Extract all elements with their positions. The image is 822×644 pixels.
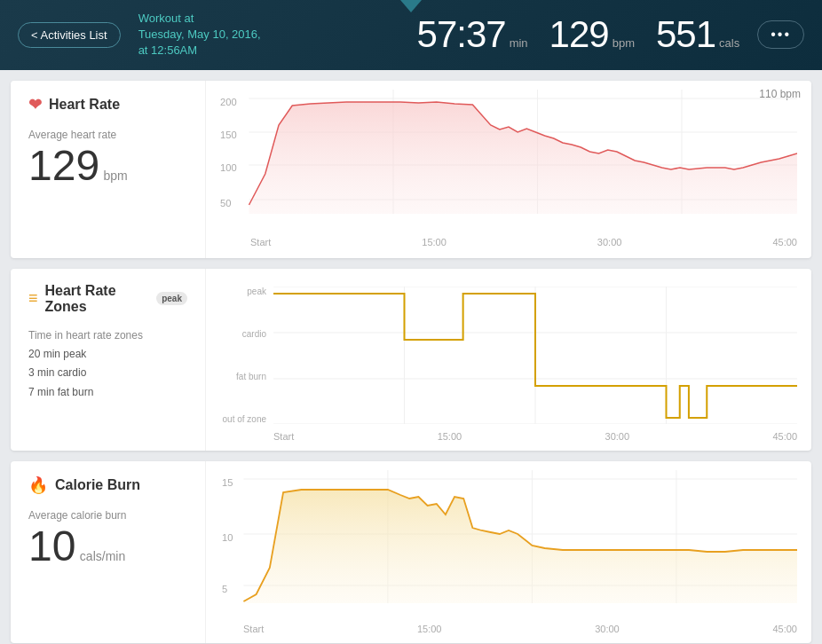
svg-text:200: 200 [220, 97, 237, 107]
avg-cal-unit: cals/min [80, 549, 125, 563]
zone-details: 20 min peak 3 min cardio 7 min fat burn [28, 345, 187, 403]
activities-list-button[interactable]: < Activities List [18, 22, 121, 48]
zones-svg [273, 287, 797, 424]
svg-text:100: 100 [220, 162, 237, 173]
zones-card-title: ≡ Heart Rate Zones peak [28, 283, 187, 315]
zones-card: ≡ Heart Rate Zones peak Time in heart ra… [11, 269, 811, 451]
chart-x-axis: Start 15:00 30:00 45:00 [220, 235, 797, 247]
svg-text:5: 5 [222, 584, 227, 594]
avg-cal-value: 10 [28, 522, 75, 569]
heart-rate-card: ❤ Heart Rate Average heart rate 129 bpm … [11, 81, 811, 258]
calorie-card-left: 🔥 Calorie Burn Average calorie burn 10 c… [11, 461, 206, 643]
flame-icon: 🔥 [28, 475, 48, 495]
avg-label: Average heart rate [28, 129, 187, 141]
calorie-svg: 15 10 5 [220, 470, 797, 608]
calorie-chart: 15 10 5 [220, 470, 797, 634]
more-options-button[interactable]: ••• [757, 20, 804, 49]
svg-text:10: 10 [222, 532, 233, 543]
workout-info: Workout at Tuesday, May 10, 2016, at 12:… [138, 11, 399, 59]
avg-hr-unit: bpm [104, 169, 128, 183]
calorie-card: 🔥 Calorie Burn Average calorie burn 10 c… [11, 461, 811, 643]
heart-rate-chart-area: 110 bpm 200 150 100 50 [206, 81, 811, 258]
duration-stat: 57:37 min [417, 13, 528, 56]
calorie-x-axis: Start 15:00 30:00 45:00 [243, 624, 797, 634]
zones-card-left: ≡ Heart Rate Zones peak Time in heart ra… [11, 269, 206, 451]
app-header: < Activities List Workout at Tuesday, Ma… [0, 0, 822, 70]
zones-y-labels: peak cardio fat burn out of zone [220, 287, 270, 424]
heart-rate-stat: 129 bpm [549, 13, 635, 56]
zones-x-axis: Start 15:00 30:00 45:00 [273, 431, 797, 442]
header-stats: 57:37 min 129 bpm 551 cals [417, 13, 740, 56]
svg-text:50: 50 [220, 198, 231, 208]
main-content: ❤ Heart Rate Average heart rate 129 bpm … [0, 70, 822, 644]
avg-hr-value: 129 [28, 142, 99, 189]
heart-rate-svg: 200 150 100 50 [220, 90, 797, 232]
zones-chart: peak cardio fat burn out of zone [220, 278, 797, 442]
calorie-chart-area: 15 10 5 [206, 461, 811, 643]
heart-icon: ❤ [28, 95, 42, 114]
avg-cal-label: Average calorie burn [28, 509, 187, 522]
calorie-stat: 551 cals [656, 13, 739, 56]
zones-time-label: Time in heart rate zones [28, 329, 187, 342]
peak-badge: peak [156, 292, 187, 305]
svg-text:15: 15 [222, 477, 233, 488]
zones-icon: ≡ [28, 289, 38, 308]
heart-rate-chart: 200 150 100 50 [220, 90, 797, 249]
heart-rate-card-left: ❤ Heart Rate Average heart rate 129 bpm [11, 81, 206, 258]
heart-rate-card-title: ❤ Heart Rate [28, 95, 187, 114]
calorie-card-title: 🔥 Calorie Burn [28, 475, 187, 495]
zones-chart-area: peak cardio fat burn out of zone [206, 269, 811, 451]
svg-text:150: 150 [220, 130, 237, 140]
